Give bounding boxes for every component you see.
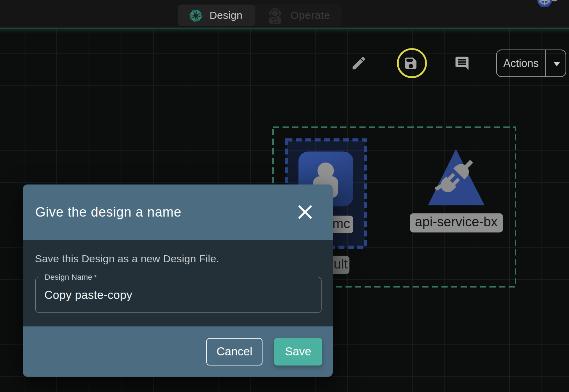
svg-text:mc: mc <box>332 216 350 231</box>
svg-text:ult: ult <box>334 256 348 271</box>
svg-text:api-service-bx: api-service-bx <box>415 214 498 229</box>
